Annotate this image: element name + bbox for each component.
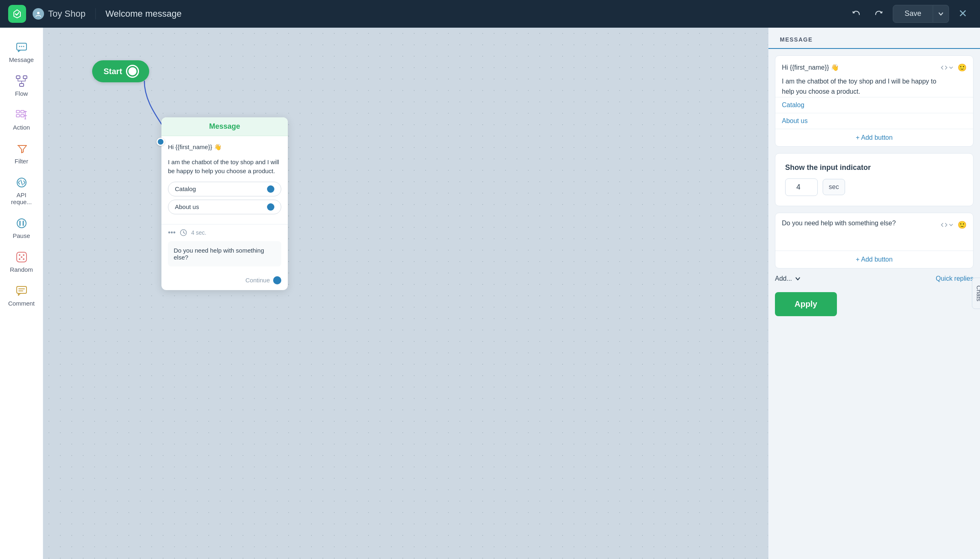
start-node: Start	[92, 60, 149, 82]
redo-button[interactable]	[870, 5, 888, 23]
message-node-input-dot	[157, 138, 165, 146]
sidebar-item-action[interactable]: Action	[4, 103, 40, 136]
sidebar-item-pause[interactable]: Pause	[4, 212, 40, 244]
flow-icon	[15, 75, 28, 88]
svg-rect-5	[16, 76, 20, 79]
close-button[interactable]: ✕	[954, 5, 972, 23]
message-node-aboutus-btn[interactable]: About us	[168, 200, 281, 214]
filter-icon	[15, 142, 28, 155]
indicator-block: Show the input indicator sec	[775, 153, 973, 206]
message-node-greeting: Hi {{first_name}} 👋	[168, 143, 281, 152]
message-block-1: Hi {{first_name}} 👋 I am the chatbot of …	[775, 55, 973, 147]
bot-name-section: Toy Shop	[33, 8, 96, 20]
message-block-2-inner: Do you need help with something else? 🙂	[775, 213, 973, 251]
indicator-value-input[interactable]	[785, 178, 818, 196]
svg-rect-29	[17, 286, 26, 293]
add-button-2[interactable]: + Add button	[775, 251, 973, 268]
message-1-icons: 🙂	[940, 62, 967, 72]
api-icon	[15, 176, 28, 189]
save-button[interactable]: Save	[893, 5, 933, 23]
canvas-grid	[43, 28, 768, 559]
undo-button[interactable]	[847, 5, 865, 23]
sidebar-item-random-label: Random	[10, 266, 33, 273]
bot-avatar	[33, 8, 44, 20]
apply-section: Apply	[775, 292, 973, 316]
message-node-catalog-btn[interactable]: Catalog	[168, 182, 281, 196]
right-panel-title: MESSAGE	[780, 36, 813, 43]
message-1-text-row: Hi {{first_name}} 👋 I am the chatbot of …	[782, 62, 967, 97]
svg-rect-9	[16, 110, 20, 113]
chats-tab[interactable]: Chats	[972, 277, 980, 309]
pause-icon	[15, 217, 28, 230]
svg-rect-7	[20, 84, 24, 86]
svg-line-35	[183, 233, 185, 233]
about-us-link[interactable]: About us	[775, 113, 973, 129]
message-node: Message Hi {{first_name}} 👋 I am the cha…	[161, 117, 288, 290]
ellipsis-icon: •••	[168, 229, 176, 237]
sidebar-item-filter[interactable]: Filter	[4, 137, 40, 169]
save-button-group: Save	[893, 5, 949, 23]
sidebar-item-api[interactable]: API reque...	[4, 171, 40, 210]
continue-dot	[273, 276, 281, 284]
topbar: Toy Shop Welcome message Save ✕	[0, 0, 980, 28]
sidebar-item-comment[interactable]: Comment	[4, 280, 40, 312]
svg-point-4	[23, 46, 24, 47]
aboutus-dot	[267, 203, 274, 211]
add-button-1[interactable]: + Add button	[775, 129, 973, 146]
message-1-text: Hi {{first_name}} 👋 I am the chatbot of …	[782, 62, 940, 97]
message-1-body: I am the chatbot of the toy shop and I w…	[782, 76, 940, 97]
apply-button[interactable]: Apply	[775, 292, 837, 316]
add-label: Add...	[775, 275, 792, 282]
catalog-link[interactable]: Catalog	[775, 97, 973, 113]
start-dot	[127, 66, 138, 77]
quick-replies-button[interactable]: Quick replies	[936, 275, 973, 282]
code-icon[interactable]	[940, 63, 954, 72]
sidebar: Message Flow	[0, 28, 43, 559]
canvas[interactable]: Start Message Hi {{first_name}} 👋 I am t…	[43, 28, 768, 559]
svg-rect-11	[21, 110, 24, 113]
sidebar-item-pause-label: Pause	[13, 232, 30, 239]
app-logo	[8, 5, 26, 23]
add-dropdown-icon	[795, 275, 801, 282]
svg-point-25	[23, 254, 24, 256]
sidebar-item-random[interactable]: Random	[4, 246, 40, 278]
emoji-icon-2[interactable]: 🙂	[958, 220, 967, 229]
svg-rect-10	[16, 114, 20, 117]
sidebar-item-api-label: API reque...	[7, 191, 36, 205]
message-2-textarea[interactable]: Do you need help with something else?	[782, 220, 940, 244]
svg-point-0	[37, 12, 40, 14]
right-panel-header: MESSAGE	[768, 28, 980, 49]
message-block-1-inner: Hi {{first_name}} 👋 I am the chatbot of …	[775, 56, 973, 97]
bot-name: Toy Shop	[48, 9, 86, 19]
save-dropdown-button[interactable]	[933, 5, 949, 23]
message-2-icons: 🙂	[940, 220, 967, 229]
message-node-continue: Continue	[161, 273, 288, 290]
topbar-actions: Save ✕	[847, 5, 972, 23]
catalog-dot	[267, 185, 274, 193]
message-node-header: Message	[161, 117, 288, 136]
message-1-greeting: Hi {{first_name}} 👋	[782, 62, 940, 73]
emoji-icon[interactable]: 🙂	[958, 63, 967, 72]
random-icon	[15, 251, 28, 264]
message-node-body: Hi {{first_name}} 👋 I am the chatbot of …	[161, 136, 288, 224]
main-layout: Message Flow	[0, 28, 980, 559]
clock-icon	[180, 229, 187, 236]
indicator-unit: sec	[823, 179, 845, 195]
code-icon-2[interactable]	[940, 220, 954, 229]
action-icon	[15, 108, 28, 121]
sidebar-item-flow[interactable]: Flow	[4, 70, 40, 102]
svg-rect-6	[23, 76, 27, 79]
message-node-bodytext: I am the chatbot of the toy shop and I w…	[168, 158, 281, 176]
indicator-row: sec	[785, 178, 963, 196]
bottom-actions: Add... Quick replies	[775, 275, 973, 282]
sidebar-item-message[interactable]: Message	[4, 36, 40, 68]
svg-point-20	[17, 219, 26, 228]
sidebar-item-message-label: Message	[9, 56, 34, 63]
add-dropdown-button[interactable]: Add...	[775, 275, 801, 282]
svg-point-2	[19, 46, 20, 47]
svg-point-27	[23, 258, 24, 260]
sidebar-item-action-label: Action	[13, 124, 30, 131]
continue-label: Continue	[245, 277, 270, 284]
message-block-2: Do you need help with something else? 🙂	[775, 213, 973, 268]
svg-point-26	[19, 258, 20, 260]
